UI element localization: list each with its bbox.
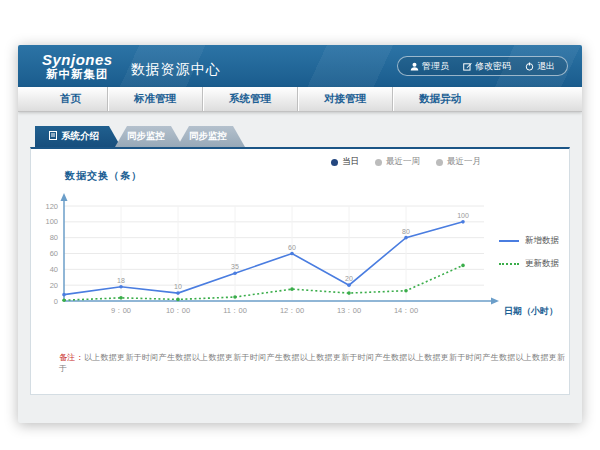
- user-icon: [410, 62, 419, 71]
- logout-button[interactable]: 退出: [525, 60, 555, 73]
- legend-item-new-data: 新增数据: [499, 235, 559, 247]
- svg-text:11：00: 11：00: [223, 306, 247, 315]
- legend-line-sample: [499, 240, 519, 242]
- tab-label: 同步监控: [127, 130, 165, 143]
- legend-label: 更新数据: [525, 258, 559, 270]
- nav-item-home[interactable]: 首页: [34, 87, 107, 111]
- svg-text:日期（小时）: 日期（小时）: [504, 306, 558, 316]
- power-icon: [525, 62, 534, 71]
- svg-text:14：00: 14：00: [394, 306, 418, 315]
- legend-label: 新增数据: [525, 235, 559, 247]
- radio-dot: [331, 159, 338, 166]
- svg-text:80: 80: [50, 233, 58, 242]
- legend-line-sample: [499, 263, 519, 265]
- tab-system-intro[interactable]: 系统介绍: [35, 126, 121, 147]
- svg-text:10：00: 10：00: [166, 306, 190, 315]
- svg-text:80: 80: [402, 228, 410, 235]
- svg-text:9：00: 9：00: [111, 306, 131, 315]
- y-axis-title: 数据交换（条）: [65, 169, 142, 183]
- radio-last-month[interactable]: 最近一月: [436, 156, 481, 168]
- svg-text:100: 100: [457, 212, 469, 219]
- page-title: 数据资源中心: [131, 61, 221, 79]
- header: Synjones 新中新集团 数据资源中心 管理员 修改密码 退出: [18, 45, 582, 87]
- radio-label: 当日: [342, 156, 359, 168]
- change-password-label: 修改密码: [475, 60, 511, 73]
- line-chart: 0204060801001209：0010：0011：0012：0013：001…: [31, 189, 569, 329]
- admin-label: 管理员: [422, 60, 449, 73]
- svg-text:100: 100: [45, 217, 58, 226]
- radio-label: 最近一周: [386, 156, 420, 168]
- svg-text:12：00: 12：00: [280, 306, 304, 315]
- tab-label: 同步监控: [189, 130, 227, 143]
- nav-item-system-mgmt[interactable]: 系统管理: [202, 87, 297, 111]
- svg-text:35: 35: [231, 263, 239, 270]
- svg-text:20: 20: [345, 275, 353, 282]
- svg-text:60: 60: [288, 244, 296, 251]
- tab-sync-monitor-1[interactable]: 同步监控: [115, 126, 183, 147]
- logo: Synjones 新中新集团: [42, 52, 113, 80]
- document-icon: [49, 131, 57, 142]
- tab-bar: 系统介绍 同步监控 同步监控: [35, 126, 570, 147]
- svg-text:20: 20: [50, 281, 58, 290]
- svg-text:13：00: 13：00: [337, 306, 361, 315]
- radio-dot: [436, 159, 443, 166]
- chart-legend: 新增数据 更新数据: [499, 235, 559, 270]
- svg-text:0: 0: [54, 297, 58, 306]
- main-nav: 首页 标准管理 系统管理 对接管理 数据异动: [18, 87, 582, 112]
- change-password-button[interactable]: 修改密码: [463, 60, 511, 73]
- radio-last-week[interactable]: 最近一周: [375, 156, 420, 168]
- nav-item-data-change[interactable]: 数据异动: [392, 87, 487, 111]
- radio-label: 最近一月: [447, 156, 481, 168]
- svg-text:60: 60: [50, 249, 58, 258]
- chart-panel: 当日 最近一周 最近一月 数据交换（条） 0204060801001209：00…: [30, 147, 570, 395]
- user-toolbar: 管理员 修改密码 退出: [397, 56, 568, 76]
- svg-text:120: 120: [45, 202, 58, 211]
- tab-label: 系统介绍: [61, 130, 99, 143]
- nav-item-standard-mgmt[interactable]: 标准管理: [107, 87, 202, 111]
- svg-text:40: 40: [50, 265, 58, 274]
- app-window: Synjones 新中新集团 数据资源中心 管理员 修改密码 退出 首页 标准管…: [18, 45, 582, 423]
- svg-text:10: 10: [174, 283, 182, 290]
- footnote-text: 以上数据更新于时间产生数据以上数据更新于时间产生数据以上数据更新于时间产生数据以…: [59, 353, 565, 373]
- nav-item-interface-mgmt[interactable]: 对接管理: [297, 87, 392, 111]
- edit-icon: [463, 62, 472, 71]
- time-range-filter: 当日 最近一周 最近一月: [331, 156, 481, 168]
- radio-today[interactable]: 当日: [331, 156, 359, 168]
- footnote: 备注：以上数据更新于时间产生数据以上数据更新于时间产生数据以上数据更新于时间产生…: [59, 352, 569, 374]
- logout-label: 退出: [537, 60, 555, 73]
- legend-item-update-data: 更新数据: [499, 258, 559, 270]
- footnote-label: 备注：: [59, 353, 84, 362]
- logo-main: Synjones: [42, 52, 113, 68]
- logo-sub: 新中新集团: [42, 68, 113, 80]
- tab-sync-monitor-2[interactable]: 同步监控: [177, 126, 245, 147]
- radio-dot: [375, 159, 382, 166]
- svg-text:18: 18: [117, 277, 125, 284]
- admin-button[interactable]: 管理员: [410, 60, 449, 73]
